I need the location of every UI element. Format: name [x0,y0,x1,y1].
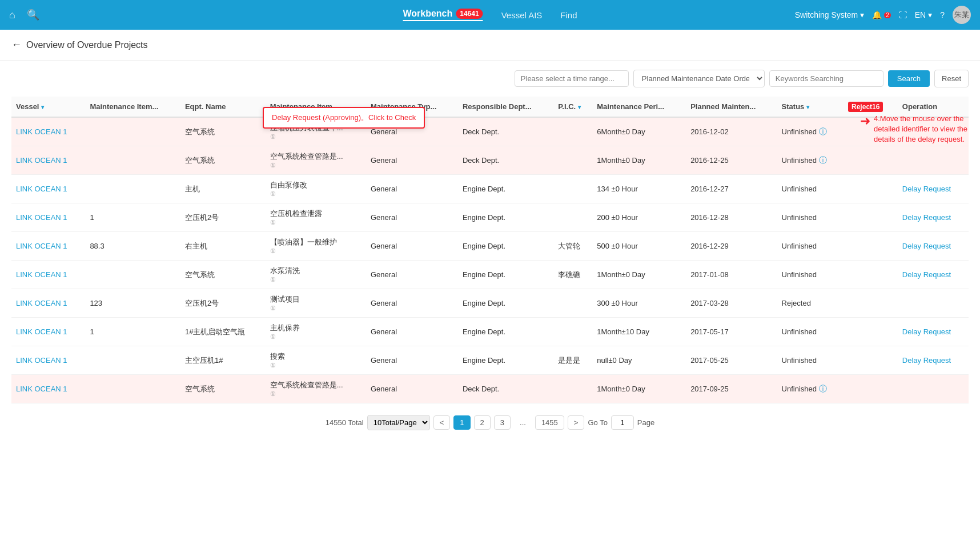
cell-planned-date: 2016-12-25 [686,146,777,175]
chevron-down-icon: ▾ [860,10,864,19]
cell-period: 134 ±0 Hour [592,175,686,203]
table-header: Vessel ▾ Maintenance Item... Eqpt. Name … [11,97,969,117]
per-page-select[interactable]: 10Total/Page 20Total/Page 50Total/Page [367,415,430,430]
delay-request-link[interactable]: Delay Request [902,270,951,279]
cell-planned-date: 2017-05-17 [686,318,777,346]
pagination-prev[interactable]: < [433,415,451,430]
find-link[interactable]: Find [560,10,577,20]
goto-input[interactable] [611,415,634,430]
back-button[interactable]: ← [11,39,22,51]
pagination-page-1[interactable]: 1 [453,415,470,430]
help-icon[interactable]: ? [940,10,945,19]
table-row: LINK OCEAN 1 88.3 右主机 【喷油器】一般维护 ① Genera… [11,232,969,261]
reset-button[interactable]: Reset [934,70,969,87]
pic-filter-icon[interactable]: ▾ [578,104,581,110]
cell-operation [898,146,969,175]
search-icon[interactable]: 🔍 [27,9,39,21]
cell-status: Unfinished ⓘ [777,375,844,403]
search-button[interactable]: Search [888,70,930,87]
pagination-page-2[interactable]: 2 [474,415,491,430]
cell-vessel[interactable]: LINK OCEAN 1 [11,117,85,146]
cell-operation[interactable]: Delay Request [898,203,969,232]
delay-request-link[interactable]: Delay Request [902,356,951,365]
cell-pic [553,289,592,318]
cell-status: Unfinished ⓘ [777,117,844,146]
cell-operation[interactable]: Delay Request [898,318,969,346]
cell-pic: 李礁礁 [553,261,592,289]
cell-dept: Deck Dept. [458,117,553,146]
cell-status: Unfinished [777,346,844,375]
toolbar: Planned Maintenance Date Order Search Re… [0,61,980,97]
status-filter-icon[interactable]: ▾ [806,104,809,110]
time-range-input[interactable] [515,70,629,87]
col-status[interactable]: Status ▾ [777,97,844,117]
table-row: LINK OCEAN 1 空气系统 空气系统检查管路是... ① General… [11,146,969,175]
cell-maint-item-num: 88.3 [85,232,180,261]
cell-planned-date: 2017-09-25 [686,375,777,403]
cell-vessel[interactable]: LINK OCEAN 1 [11,346,85,375]
home-icon[interactable]: ⌂ [9,9,15,21]
col-pic[interactable]: P.I.C. ▾ [553,97,592,117]
language-selector[interactable]: EN ▾ [915,10,932,19]
cell-vessel[interactable]: LINK OCEAN 1 [11,375,85,403]
switching-system-btn[interactable]: Switching System ▾ [795,10,864,19]
delay-request-tooltip[interactable]: Delay Request (Approving)。Click to Check [263,107,425,129]
cell-reject [844,203,898,232]
cell-pic: 是是是 [553,346,592,375]
cell-vessel[interactable]: LINK OCEAN 1 [11,261,85,289]
col-dept: Responsible Dept... [458,97,553,117]
pagination-ellipsis: ... [514,416,532,429]
main-page: ← Overview of Overdue Projects Planned M… [0,30,980,536]
delay-request-link[interactable]: Delay Request [902,185,951,193]
cell-eqpt-name: 右主机 [180,232,266,261]
pagination-next[interactable]: > [568,415,585,430]
workbench-nav-item[interactable]: Workbench 14641 [403,9,483,21]
pagination-page-3[interactable]: 3 [494,415,511,430]
keyword-search-input[interactable] [769,70,883,87]
cell-pic [553,117,592,146]
cell-vessel[interactable]: LINK OCEAN 1 [11,289,85,318]
cell-dept: Engine Dept. [458,346,553,375]
bell-icon[interactable]: 🔔2 [872,10,891,19]
table-container: Delay Request (Approving)。Click to Check… [0,97,980,403]
col-vessel[interactable]: Vessel ▾ [11,97,85,117]
cell-status: Unfinished [777,232,844,261]
info-icon[interactable]: ⓘ [819,127,827,136]
cell-maint-item-detail: 测试项目 ① [266,289,366,318]
cell-period: 6Month±0 Day [592,117,686,146]
cell-operation[interactable]: Delay Request [898,346,969,375]
cell-vessel[interactable]: LINK OCEAN 1 [11,232,85,261]
cell-vessel[interactable]: LINK OCEAN 1 [11,318,85,346]
cell-period: 500 ±0 Hour [592,232,686,261]
cell-vessel[interactable]: LINK OCEAN 1 [11,175,85,203]
cell-eqpt-name: 空压机2号 [180,289,266,318]
delay-request-link[interactable]: Delay Request [902,213,951,222]
cell-operation[interactable]: Delay Request [898,232,969,261]
cell-operation[interactable]: Delay Request [898,261,969,289]
cell-status: Unfinished [777,175,844,203]
info-icon[interactable]: ⓘ [819,155,827,165]
cell-maint-item-num [85,117,180,146]
table-row: LINK OCEAN 1 空气系统 水泵清洗 ① General Engine … [11,261,969,289]
avatar[interactable]: 朱某 [953,6,971,24]
pagination-page-last[interactable]: 1455 [535,415,564,430]
cell-planned-date: 2016-12-28 [686,203,777,232]
cell-status: Unfinished [777,203,844,232]
cell-eqpt-name: 1#主机启动空气瓶 [180,318,266,346]
vessel-filter-icon[interactable]: ▾ [41,104,44,110]
table-row: LINK OCEAN 1 1 1#主机启动空气瓶 主机保养 ① General … [11,318,969,346]
sort-select[interactable]: Planned Maintenance Date Order [633,70,765,87]
cell-vessel[interactable]: LINK OCEAN 1 [11,146,85,175]
delay-request-link[interactable]: Delay Request [902,242,951,250]
cell-reject [844,346,898,375]
delay-request-link[interactable]: Delay Request [902,327,951,336]
cell-maint-item-num [85,346,180,375]
info-icon[interactable]: ⓘ [819,384,827,393]
chevron-down-icon: ▾ [928,10,932,19]
fullscreen-icon[interactable]: ⛶ [899,10,907,19]
cell-vessel[interactable]: LINK OCEAN 1 [11,203,85,232]
cell-operation[interactable]: Delay Request [898,175,969,203]
cell-reject [844,289,898,318]
cell-maint-item-num [85,375,180,403]
vessel-ais-link[interactable]: Vessel AIS [501,10,543,20]
